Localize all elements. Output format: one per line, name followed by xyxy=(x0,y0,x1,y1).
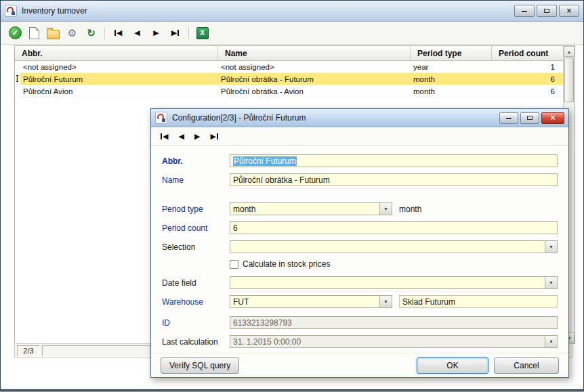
selection-combobox[interactable]: ▼ xyxy=(230,240,558,253)
period-type-label: Period type xyxy=(162,204,230,214)
abbr-label: Abbr. xyxy=(162,156,230,166)
cell-abbr: Půlroční Futurum xyxy=(20,73,218,85)
record-count: 2/3 xyxy=(17,345,40,357)
excel-export-button[interactable]: X xyxy=(194,25,210,41)
date-field-combobox[interactable]: ▼ xyxy=(230,276,558,289)
period-type-combobox[interactable]: month ▼ xyxy=(230,202,392,215)
cancel-button[interactable]: Cancel xyxy=(494,357,559,374)
nav-last-icon: ▶ xyxy=(171,28,179,37)
nav-last-button[interactable]: ▶ xyxy=(167,25,183,41)
main-titlebar[interactable]: Inventory turnover × xyxy=(1,1,583,22)
cell-period-type: month xyxy=(411,73,492,85)
cell-abbr: <not assigned> xyxy=(20,61,218,72)
table-row[interactable]: Půlroční Avion Půlroční obrátka - Avion … xyxy=(15,85,563,97)
id-field: 6133213298793 xyxy=(230,316,558,329)
column-header-period-count[interactable]: Period count xyxy=(492,46,563,60)
open-folder-icon xyxy=(47,30,60,39)
scroll-up-button[interactable]: ▲ xyxy=(564,46,575,57)
nav-first-button[interactable]: ◀ xyxy=(110,25,126,41)
chevron-down-icon: ▼ xyxy=(549,280,554,285)
maximize-button[interactable] xyxy=(537,5,557,17)
stock-prices-checkbox[interactable] xyxy=(230,260,238,269)
text-cursor-icon: I xyxy=(16,74,19,84)
dialog-close-button[interactable]: × xyxy=(541,112,564,124)
field-row-period-type: Period type month ▼ month xyxy=(162,202,558,215)
period-count-field[interactable]: 6 xyxy=(230,221,558,234)
abbr-field[interactable]: Půlroční Futurum xyxy=(230,154,558,167)
last-calculation-dropdown-button[interactable]: ▼ xyxy=(545,336,557,347)
abbr-value: Půlroční Futurum xyxy=(233,156,297,166)
nav-next-button[interactable]: ▶ xyxy=(148,25,164,41)
field-row-name: Name Půlroční obrátka - Futurum xyxy=(162,173,558,186)
confirm-button[interactable]: ✓ xyxy=(7,25,23,41)
minimize-button[interactable] xyxy=(514,5,535,17)
table-row[interactable]: <not assigned> <not assigned> year 1 xyxy=(15,61,563,73)
warehouse-label: Warehouse xyxy=(162,297,230,307)
field-row-id: ID 6133213298793 xyxy=(162,316,558,329)
nav-prev-button[interactable]: ◀ xyxy=(129,25,145,41)
dialog-maximize-button[interactable] xyxy=(520,112,539,124)
refresh-button[interactable]: ↻ xyxy=(83,25,99,41)
field-row-period-count: Period count 6 xyxy=(162,221,558,234)
warehouse-value: FUT xyxy=(233,297,249,307)
nav-next-button[interactable]: ▶ xyxy=(194,132,200,141)
nav-first-button[interactable]: ◀ xyxy=(161,132,168,141)
field-row-stock-prices: Calculate in stock prices xyxy=(162,259,558,269)
period-type-dropdown-button[interactable]: ▼ xyxy=(379,203,392,215)
scrollbar-thumb[interactable] xyxy=(564,58,574,102)
field-row-selection: Selection ▼ xyxy=(162,240,558,253)
cell-period-type: month xyxy=(411,85,492,97)
maximize-icon xyxy=(527,116,533,120)
selection-label: Selection xyxy=(162,242,230,252)
date-field-label: Date field xyxy=(162,278,230,288)
id-value: 6133213298793 xyxy=(233,318,292,328)
nav-first-icon: ◀ xyxy=(114,28,122,37)
row-selector xyxy=(15,85,20,97)
date-field-dropdown-button[interactable]: ▼ xyxy=(545,277,557,288)
column-header-name[interactable]: Name xyxy=(218,46,411,60)
app-icon xyxy=(5,5,17,17)
column-header-abbr[interactable]: Abbr. xyxy=(15,46,218,60)
grid-header: Abbr. Name Period type Period count xyxy=(15,46,563,61)
open-button[interactable] xyxy=(45,25,61,41)
verify-sql-query-button[interactable]: Verify SQL query xyxy=(161,357,239,374)
table-row-selected[interactable]: I Půlroční Futurum Půlroční obrátka - Fu… xyxy=(15,73,563,85)
dialog-minimize-button[interactable] xyxy=(499,112,518,124)
period-type-value: month xyxy=(233,204,255,214)
selection-dropdown-button[interactable]: ▼ xyxy=(545,241,557,253)
last-calculation-field: 31. 1.2015 0:00:00 ▼ xyxy=(230,335,558,348)
configuration-dialog: Configuration[2/3] - Půlroční Futurum × … xyxy=(150,108,569,378)
warehouse-combobox[interactable]: FUT ▼ xyxy=(230,295,392,308)
chevron-down-icon: ▼ xyxy=(383,206,388,211)
close-icon: × xyxy=(550,114,555,122)
row-selector xyxy=(15,61,20,72)
chevron-down-icon: ▼ xyxy=(549,244,554,249)
column-header-period-type[interactable]: Period type xyxy=(411,46,492,60)
dialog-button-bar: Verify SQL query OK Cancel xyxy=(151,353,568,377)
warehouse-dropdown-button[interactable]: ▼ xyxy=(379,296,392,307)
name-label: Name xyxy=(162,175,230,185)
minimize-icon xyxy=(506,116,512,119)
last-calculation-label: Last calculation xyxy=(162,337,230,347)
nav-prev-button[interactable]: ◀ xyxy=(178,132,184,141)
cell-period-type: year xyxy=(411,61,492,72)
last-calculation-value: 31. 1.2015 0:00:00 xyxy=(233,337,301,347)
toolbar-separator xyxy=(104,27,105,39)
app-icon xyxy=(155,112,167,124)
dialog-form: Abbr. Půlroční Futurum Name Půlroční obr… xyxy=(151,145,568,353)
close-button[interactable]: × xyxy=(559,5,579,17)
field-row-abbr: Abbr. Půlroční Futurum xyxy=(162,154,558,167)
nav-last-button[interactable]: ▶ xyxy=(210,132,217,141)
name-field[interactable]: Půlroční obrátka - Futurum xyxy=(230,173,558,186)
ok-button[interactable]: OK xyxy=(417,357,488,374)
name-value: Půlroční obrátka - Futurum xyxy=(233,175,330,185)
cell-abbr: Půlroční Avion xyxy=(20,85,218,97)
new-record-button[interactable] xyxy=(26,25,42,41)
field-row-last-calculation: Last calculation 31. 1.2015 0:00:00 ▼ xyxy=(162,335,558,348)
dialog-titlebar[interactable]: Configuration[2/3] - Půlroční Futurum × xyxy=(151,109,568,127)
dialog-title: Configuration[2/3] - Půlroční Futurum xyxy=(172,113,497,123)
maximize-icon xyxy=(544,9,549,13)
nav-prev-icon: ◀ xyxy=(134,28,140,37)
cell-period-count: 6 xyxy=(492,85,563,97)
settings-button[interactable]: ⚙ xyxy=(64,25,80,41)
